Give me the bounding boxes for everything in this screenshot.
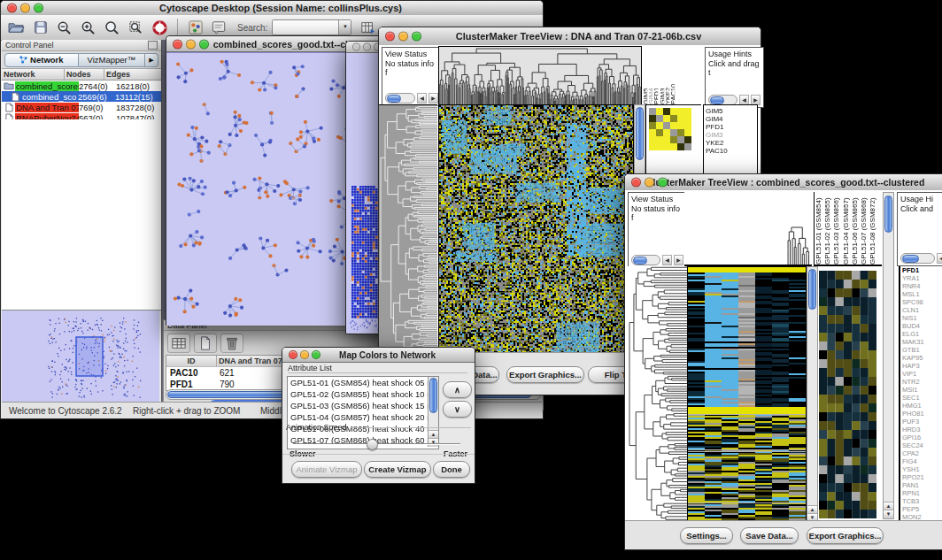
scroll-right-icon[interactable]: ▶	[429, 93, 438, 104]
close-icon[interactable]	[385, 32, 395, 42]
zoom-window-icon[interactable]	[312, 350, 320, 359]
similarity-matrix[interactable]	[649, 108, 691, 150]
close-icon[interactable]	[173, 39, 182, 49]
matrix-cell[interactable]	[677, 136, 684, 143]
row-dendrogram[interactable]	[379, 104, 437, 353]
close-icon[interactable]	[631, 178, 641, 188]
settings-button[interactable]: Settings...	[680, 527, 733, 544]
scroll-thumb[interactable]	[429, 378, 437, 413]
vizmapper-icon[interactable]	[184, 18, 206, 37]
create-vizmapbutton[interactable]: Create Vizmap	[364, 461, 431, 478]
column-header-nodes[interactable]: Nodes	[65, 69, 104, 80]
search-input[interactable]	[273, 20, 338, 35]
matrix-cell[interactable]	[670, 108, 677, 115]
matrix-cell[interactable]	[670, 136, 677, 143]
scroll-thumb[interactable]	[884, 196, 892, 233]
new-attribute-icon[interactable]	[194, 334, 217, 353]
matrix-cell[interactable]	[663, 136, 670, 143]
speed-slider[interactable]	[293, 439, 460, 449]
column-dendrogram[interactable]	[684, 192, 812, 266]
close-icon[interactable]	[289, 350, 297, 359]
column-header-network[interactable]: Network	[2, 69, 65, 80]
attribute-list-item[interactable]: GPL51-02 (GSM855) heat shock 10 min	[288, 388, 438, 400]
import-table-icon[interactable]	[357, 18, 379, 37]
matrix-cell[interactable]	[656, 143, 663, 150]
scroll-thumb[interactable]	[710, 96, 724, 104]
matrix-cell[interactable]	[684, 115, 691, 122]
mini-scrollbar[interactable]: ◀	[900, 253, 942, 264]
zoom-window-icon[interactable]	[34, 4, 43, 13]
minimize-icon[interactable]	[20, 4, 30, 13]
matrix-cell[interactable]	[663, 143, 670, 150]
minimize-icon[interactable]	[300, 350, 309, 359]
matrix-cell[interactable]	[670, 122, 677, 129]
table-icon[interactable]	[167, 334, 190, 353]
zoom-window-icon[interactable]	[199, 39, 209, 49]
matrix-cell[interactable]	[684, 129, 691, 136]
matrix-cell[interactable]	[677, 115, 684, 122]
open-folder-icon[interactable]	[5, 18, 27, 37]
save-icon[interactable]	[29, 18, 51, 37]
tab-overflow-arrow[interactable]: ▶	[145, 53, 158, 67]
matrix-cell[interactable]	[677, 129, 684, 136]
zoom-out-icon[interactable]	[53, 18, 75, 37]
matrix-cell[interactable]	[649, 136, 656, 143]
minimize-icon[interactable]	[398, 32, 408, 42]
matrix-cell[interactable]	[684, 136, 691, 143]
zoom-fit-icon[interactable]	[125, 18, 147, 37]
scroll-down-icon[interactable]: ▼	[884, 510, 893, 518]
matrix-cell[interactable]	[684, 122, 691, 129]
main-titlebar[interactable]: Cytoscape Desktop (Session Name: collins…	[1, 1, 543, 16]
genelist-vscrollbar[interactable]: ▲ ▼	[883, 192, 894, 519]
donebutton[interactable]: Done	[433, 461, 470, 478]
scroll-thumb[interactable]	[633, 257, 647, 265]
matrix-cell[interactable]	[656, 108, 663, 115]
matrix-cell[interactable]	[677, 143, 684, 150]
help-icon[interactable]	[149, 18, 171, 37]
close-icon[interactable]	[7, 4, 17, 13]
scroll-left-icon[interactable]: ◀	[937, 253, 942, 264]
attribute-list-item[interactable]: GPL51-03 (GSM856) heat shock 15 min	[288, 400, 438, 411]
minimize-icon[interactable]	[186, 39, 196, 49]
matrix-cell[interactable]	[677, 122, 684, 129]
scroll-left-icon[interactable]: ◀	[662, 255, 672, 265]
scroll-thumb[interactable]	[636, 107, 644, 160]
matrix-cell[interactable]	[656, 129, 663, 136]
matrix-cell[interactable]	[649, 108, 656, 115]
move-up-button[interactable]: ∧	[443, 381, 472, 398]
matrix-cell[interactable]	[670, 115, 677, 122]
column-dendrogram[interactable]	[438, 46, 642, 105]
matrix-cell[interactable]	[649, 129, 656, 136]
delete-attribute-icon[interactable]	[220, 334, 243, 353]
matrix-cell[interactable]	[663, 108, 670, 115]
move-down-button[interactable]: ∨	[443, 401, 472, 418]
network-list-item[interactable]: combined_sco2569(6)13112(15)	[2, 91, 161, 102]
birdseye-canvas[interactable]	[2, 311, 159, 404]
search-combobox[interactable]: ▼	[272, 19, 351, 35]
scroll-right-icon[interactable]: ▶	[674, 255, 683, 265]
matrix-cell[interactable]	[656, 136, 663, 143]
data-column-id[interactable]: ID	[166, 356, 217, 366]
zoom-selected-icon[interactable]	[101, 18, 123, 37]
matrix-cell[interactable]	[663, 115, 670, 122]
minimize-icon[interactable]	[363, 43, 371, 51]
matrix-cell[interactable]	[670, 129, 677, 136]
chevron-down-icon[interactable]: ▼	[338, 20, 351, 35]
scroll-thumb[interactable]	[808, 269, 816, 310]
network-list-item[interactable]: DNA and Tran 07769(0)183728(0)	[2, 102, 161, 112]
matrix-cell[interactable]	[649, 115, 656, 122]
minimize-icon[interactable]	[645, 178, 654, 188]
column-header-edges[interactable]: Edges	[104, 69, 161, 80]
float-panel-icon[interactable]	[148, 41, 158, 50]
scroll-thumb[interactable]	[387, 95, 401, 103]
annotation-icon[interactable]	[208, 18, 230, 37]
heatmap-vscrollbar[interactable]: ▲ ▼	[807, 266, 818, 523]
matrix-cell[interactable]	[649, 122, 656, 129]
matrix-cell[interactable]	[663, 122, 670, 129]
zoom-window-icon[interactable]	[412, 32, 421, 42]
matrix-cell[interactable]	[684, 108, 691, 115]
birdseye-view[interactable]	[2, 311, 159, 404]
row-dendrogram[interactable]	[628, 266, 687, 521]
matrix-cell[interactable]	[656, 122, 663, 129]
zoom-window-icon[interactable]	[658, 178, 668, 188]
